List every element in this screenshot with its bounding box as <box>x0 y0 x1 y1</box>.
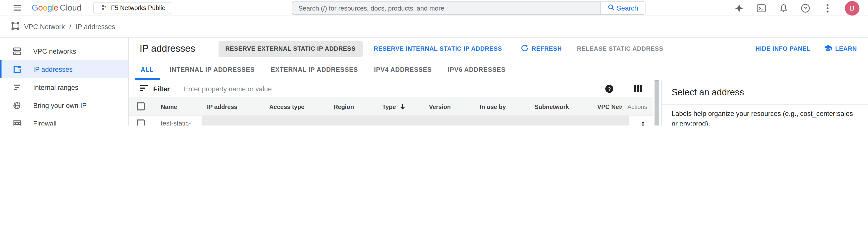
logo-letter: l <box>52 3 54 12</box>
row-actions-icon[interactable] <box>639 122 647 125</box>
sidebar-item-firewall[interactable]: Firewall <box>0 115 128 125</box>
logo-letter: o <box>38 3 43 12</box>
logo-letter: G <box>32 3 38 12</box>
learn-school-icon <box>824 44 832 54</box>
table-scrollbar <box>653 80 661 125</box>
sidebar-item-label: Internal ranges <box>33 84 79 91</box>
hide-info-panel-button[interactable]: HIDE INFO PANEL <box>755 45 811 52</box>
filter-icon <box>140 84 149 93</box>
sort-descending-icon <box>399 103 406 110</box>
project-name: F5 Networks Public <box>111 4 165 11</box>
breadcrumb: VPC Network / IP addresses <box>24 23 115 30</box>
sidebar-item-label: Bring your own IP <box>33 102 87 109</box>
sidebar-item-vpc-networks[interactable]: VPC networks <box>0 42 128 60</box>
release-static-address-button[interactable]: RELEASE STATIC ADDRESS <box>577 45 663 52</box>
labels-description: Labels help organize your resources (e.g… <box>672 109 858 125</box>
logo-cloud-text: Cloud <box>60 3 82 12</box>
search-input[interactable] <box>292 2 600 14</box>
logo-letter: g <box>48 3 52 12</box>
breadcrumb-section[interactable]: VPC Network <box>24 23 65 30</box>
tab-label: IPV4 ADDRESSES <box>374 66 432 73</box>
svg-text:?: ? <box>608 86 611 92</box>
button-label: RELEASE STATIC ADDRESS <box>577 45 663 52</box>
table-area: Filter ? Name IP address Access type Reg… <box>129 80 653 125</box>
page-title: IP addresses <box>140 43 195 54</box>
sidebar-item-internal-ranges[interactable]: Internal ranges <box>0 78 128 96</box>
row-name: test-static-ip <box>161 119 191 125</box>
topbar-actions: ? B <box>734 0 860 16</box>
menu-icon[interactable] <box>13 5 21 10</box>
reserve-external-static-ip-button[interactable]: RESERVE EXTERNAL STATIC IP ADDRESS <box>218 40 363 57</box>
button-label: RESERVE INTERNAL STATIC IP ADDRESS <box>374 45 502 52</box>
tab-internal-ip-addresses[interactable]: INTERNAL IP ADDRESSES <box>162 60 263 80</box>
bring-your-own-ip-icon <box>12 101 22 110</box>
column-header-ip-address[interactable]: IP address <box>207 97 237 116</box>
tab-label: INTERNAL IP ADDRESSES <box>170 66 255 73</box>
breadcrumb-page: IP addresses <box>76 23 115 30</box>
google-cloud-logo[interactable]: GoogleCloud <box>32 3 82 13</box>
search-bar: Search <box>292 1 646 14</box>
button-label: REFRESH <box>532 45 562 52</box>
ip-addresses-icon <box>12 65 22 74</box>
column-header-version[interactable]: Version <box>429 97 451 116</box>
column-header-subnetwork[interactable]: Subnetwork <box>534 97 569 116</box>
button-label: RESERVE EXTERNAL STATIC IP ADDRESS <box>225 45 355 52</box>
sidebar: VPC networks IP addresses Internal range… <box>0 38 129 125</box>
table-header: Name IP address Access type Region Type … <box>129 97 653 116</box>
vpc-networks-icon <box>12 47 22 56</box>
filter-row: Filter ? <box>129 80 653 97</box>
gemini-sparkle-icon[interactable] <box>734 3 744 13</box>
notifications-bell-icon[interactable] <box>779 3 788 13</box>
button-label: HIDE INFO PANEL <box>755 45 811 52</box>
project-hexagons-icon <box>99 3 107 12</box>
filter-help-icon[interactable]: ? <box>605 85 613 95</box>
column-header-name[interactable]: Name <box>161 97 177 116</box>
sidebar-item-bring-your-own-ip[interactable]: Bring your own IP <box>0 96 128 115</box>
tab-label: ALL <box>141 66 154 73</box>
column-header-vpc-network[interactable]: VPC Network <box>597 97 622 116</box>
sidebar-item-label: VPC networks <box>33 48 76 55</box>
info-panel-title: Select an address <box>661 80 868 105</box>
tab-external-ip-addresses[interactable]: EXTERNAL IP ADDRESSES <box>263 60 366 80</box>
logo-letter: o <box>43 3 47 12</box>
vpc-network-icon <box>11 21 20 32</box>
redacted-table-data <box>202 116 629 125</box>
row-checkbox[interactable] <box>136 120 145 125</box>
column-header-actions: Actions <box>627 97 647 116</box>
learn-button[interactable]: LEARN <box>824 44 857 54</box>
cloud-shell-icon[interactable] <box>756 3 766 13</box>
column-label: Type <box>382 103 396 110</box>
search-button[interactable]: Search <box>600 2 645 14</box>
internal-ranges-icon <box>12 83 22 92</box>
select-all-checkbox[interactable] <box>136 102 145 111</box>
column-header-access-type[interactable]: Access type <box>269 97 304 116</box>
sidebar-item-label: Firewall <box>33 120 57 125</box>
refresh-icon <box>521 44 529 53</box>
filter-input[interactable] <box>183 85 484 93</box>
column-header-type[interactable]: Type <box>382 97 406 116</box>
more-vert-icon[interactable] <box>823 3 832 13</box>
gcp-console: GoogleCloud F5 Networks Public Search ? … <box>0 0 868 125</box>
sidebar-item-label: IP addresses <box>33 65 72 73</box>
column-header-region[interactable]: Region <box>334 97 354 116</box>
info-panel: Select an address Labels help organize y… <box>661 80 868 125</box>
project-selector[interactable]: F5 Networks Public <box>93 2 171 14</box>
tab-ipv4-addresses[interactable]: IPV4 ADDRESSES <box>366 60 440 80</box>
help-icon[interactable]: ? <box>801 3 810 13</box>
breadcrumb-separator: / <box>69 23 71 30</box>
avatar[interactable]: B <box>845 1 860 15</box>
tab-label: EXTERNAL IP ADDRESSES <box>271 66 358 73</box>
sidebar-item-ip-addresses[interactable]: IP addresses <box>0 60 128 78</box>
tab-all[interactable]: ALL <box>133 60 162 80</box>
reserve-internal-static-ip-button[interactable]: RESERVE INTERNAL STATIC IP ADDRESS <box>374 45 502 52</box>
column-display-options-icon[interactable] <box>634 85 642 94</box>
scrollbar-thumb[interactable] <box>654 80 659 125</box>
tab-bar: ALL INTERNAL IP ADDRESSES EXTERNAL IP AD… <box>129 60 868 80</box>
column-header-in-use-by[interactable]: In use by <box>480 97 506 116</box>
firewall-icon <box>12 119 22 125</box>
refresh-button[interactable]: REFRESH <box>521 44 562 53</box>
main-row: Filter ? Name IP address Access type Reg… <box>129 80 868 125</box>
tab-ipv6-addresses[interactable]: IPV6 ADDRESSES <box>440 60 514 80</box>
search-icon <box>608 4 615 12</box>
button-label: LEARN <box>835 45 857 52</box>
